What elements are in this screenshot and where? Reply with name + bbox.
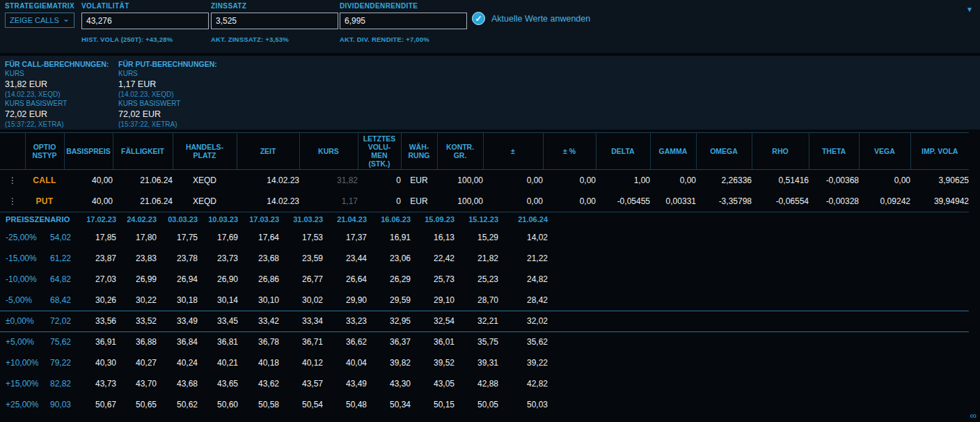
scenario-percent: ±0,00% xyxy=(0,311,38,331)
scenario-row: +5,00%75,6236,9136,8836,8436,8136,7836,7… xyxy=(0,331,969,352)
scenario-date-header: 03.03.23 xyxy=(159,212,200,227)
apply-current-values-toggle[interactable]: ✓ Aktuelle Werte anwenden xyxy=(472,12,590,25)
scenario-value: 50,03 xyxy=(500,394,550,415)
scenario-value: 39,31 xyxy=(457,352,500,373)
put-underlying-label: KURS BASISWERT xyxy=(118,100,217,107)
link-icon[interactable]: ∞ xyxy=(970,411,977,420)
cell-gamma: 0,00331 xyxy=(650,191,696,212)
scenario-row: +15,00%82,8243,7343,7043,6843,6543,6243,… xyxy=(0,373,969,394)
col-header-faelligkeit: FÄLLIGKEIT xyxy=(113,133,173,170)
show-calls-select[interactable]: ZEIGE CALLS ⌄ xyxy=(5,13,74,28)
scenario-percent: -25,00% xyxy=(0,227,38,248)
cell-theta: -0,00328 xyxy=(809,191,859,212)
scenario-value: 36,81 xyxy=(200,331,240,352)
scenario-value: 50,15 xyxy=(413,394,457,415)
scenario-base-price: 54,02 xyxy=(38,227,73,248)
scenario-base-price: 72,02 xyxy=(38,311,73,331)
put-price-label: KURS xyxy=(118,70,217,77)
scenario-value: 42,88 xyxy=(457,373,500,394)
row-menu-icon[interactable]: ⋮ xyxy=(0,170,25,191)
cell-imp-vola: 39,94942 xyxy=(910,191,969,212)
cell-optionstyp: CALL xyxy=(25,170,64,191)
col-header-zeit: ZEIT xyxy=(237,133,299,170)
scenario-base-price: 90,03 xyxy=(38,394,73,415)
collapse-arrow-icon[interactable]: ▼ xyxy=(966,6,973,13)
cell-zeit: 14.02.23 xyxy=(237,170,299,191)
scenario-value: 36,62 xyxy=(325,331,369,352)
scenario-value: 43,05 xyxy=(413,373,457,394)
scenario-value: 26,94 xyxy=(159,269,200,290)
interest-input[interactable] xyxy=(211,13,338,29)
cell-zeit: 14.02.23 xyxy=(237,191,299,212)
scenario-date-header: 16.06.23 xyxy=(369,212,413,227)
col-header-theta: THETA xyxy=(809,133,859,170)
toolbar: STRATEGIEMATRIX ZEIGE CALLS ⌄ VOLATILITÄ… xyxy=(0,0,980,53)
scenario-value: 43,62 xyxy=(240,373,281,394)
scenario-value: 21,22 xyxy=(500,248,550,269)
cell-rho: 0,51416 xyxy=(752,170,809,191)
scenario-value: 50,05 xyxy=(457,394,500,415)
scenario-value: 43,30 xyxy=(369,373,413,394)
scenario-value: 39,22 xyxy=(500,352,550,373)
cell-plusminus: 0,00 xyxy=(483,191,543,212)
scenario-value: 36,78 xyxy=(240,331,281,352)
cell-rho: -0,06554 xyxy=(752,191,809,212)
cell-vega: 0,00 xyxy=(859,170,910,191)
scenario-value: 23,73 xyxy=(200,248,240,269)
checked-circle-icon[interactable]: ✓ xyxy=(472,12,485,25)
option-row-put: ⋮PUT40,0021.06.24XEQD14.02.231,170EUR100… xyxy=(0,191,969,212)
scenario-value: 43,73 xyxy=(73,373,118,394)
scenario-value: 24,82 xyxy=(500,269,550,290)
scenario-base-price: 79,22 xyxy=(38,352,73,373)
call-underlying-value: 72,02 EUR xyxy=(5,109,109,119)
cell-faelligkeit: 21.06.24 xyxy=(113,191,173,212)
scenario-value: 50,58 xyxy=(240,394,281,415)
cell-optionstyp: PUT xyxy=(25,191,64,212)
cell-kontr-gr: 100,00 xyxy=(437,170,483,191)
dividend-input[interactable] xyxy=(340,13,467,29)
scenario-value: 32,95 xyxy=(369,311,413,331)
row-menu-icon[interactable]: ⋮ xyxy=(0,191,25,212)
cell-handelsplatz: XEQD xyxy=(173,170,237,191)
put-underlying-value: 72,02 EUR xyxy=(118,109,217,119)
filler-cell xyxy=(550,212,969,227)
scenario-value: 40,04 xyxy=(325,352,369,373)
scenario-value: 23,78 xyxy=(159,248,200,269)
scenario-row: ±0,00%72,0233,5633,5233,4933,4533,4233,3… xyxy=(0,311,969,331)
strategiematrix-app: STRATEGIEMATRIX ZEIGE CALLS ⌄ VOLATILITÄ… xyxy=(0,0,980,415)
cell-basispreis: 40,00 xyxy=(64,170,113,191)
scenario-value: 30,10 xyxy=(240,290,281,311)
scenario-value: 50,62 xyxy=(159,394,200,415)
volatility-input[interactable] xyxy=(81,13,209,29)
scenario-value: 26,29 xyxy=(369,269,413,290)
cell-handelsplatz: XEQD xyxy=(173,191,237,212)
scenario-value: 32,54 xyxy=(413,311,457,331)
col-header-plusminus: ± xyxy=(483,133,543,170)
scenario-value: 23,68 xyxy=(240,248,281,269)
scenario-percent: +5,00% xyxy=(0,331,38,352)
col-header-kontr-gr: KONTR. GR. xyxy=(437,133,483,170)
scenario-percent: +25,00% xyxy=(0,394,38,415)
col-header-letztes-volumen: LETZTES VOLU- MEN (STK.) xyxy=(358,133,401,170)
scenario-row: -10,00%64,8227,0326,9926,9426,9026,8626,… xyxy=(0,269,969,290)
scenario-value: 40,24 xyxy=(159,352,200,373)
scenario-value: 40,12 xyxy=(281,352,325,373)
scenario-row: +10,00%79,2240,3040,2740,2440,2140,1840,… xyxy=(0,352,969,373)
cell-letztes-volumen: 0 xyxy=(358,191,401,212)
scenario-row: -15,00%61,2223,8723,8323,7823,7323,6823,… xyxy=(0,248,969,269)
scenario-value: 26,90 xyxy=(200,269,240,290)
scenario-value: 32,02 xyxy=(500,311,550,331)
scenario-value: 33,45 xyxy=(200,311,240,331)
scenario-date-header: 17.02.23 xyxy=(73,212,118,227)
scenario-value: 36,91 xyxy=(73,331,118,352)
call-price-value: 31,82 EUR xyxy=(5,79,109,89)
col-header-waehrung: WÄH- RUNG xyxy=(401,133,437,170)
scenario-value: 23,44 xyxy=(325,248,369,269)
scenario-value: 50,65 xyxy=(118,394,159,415)
chevron-down-icon: ⌄ xyxy=(63,14,70,24)
scenario-value: 23,59 xyxy=(281,248,325,269)
scenario-value: 25,23 xyxy=(457,269,500,290)
scenario-value: 23,06 xyxy=(369,248,413,269)
scenario-value: 33,42 xyxy=(240,311,281,331)
scenario-row: +25,00%90,0350,6750,6550,6250,6050,5850,… xyxy=(0,394,969,415)
